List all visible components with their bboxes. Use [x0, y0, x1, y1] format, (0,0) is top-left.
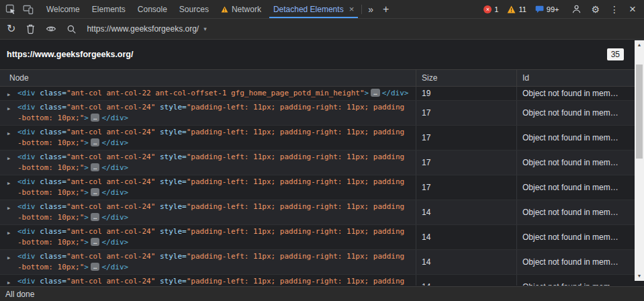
- id-cell: Object not found in mem…: [517, 275, 635, 286]
- feedback-counter[interactable]: 99+: [535, 5, 559, 13]
- table-body[interactable]: ▶<div class="ant-col ant-col-22 ant-col-…: [0, 87, 635, 286]
- vertical-scrollbar[interactable]: ▲ ▼: [635, 40, 644, 281]
- node-cell: ▶<div class="ant-col ant-col-24" style="…: [0, 200, 416, 224]
- tab-detached-elements[interactable]: Detached Elements×: [267, 0, 360, 18]
- code-segment: </div>: [101, 263, 128, 271]
- size-cell: 19: [416, 87, 517, 100]
- error-counter[interactable]: × 1: [484, 5, 498, 13]
- scroll-down-icon[interactable]: ▼: [635, 271, 644, 281]
- expand-inline-button[interactable]: …: [91, 263, 99, 271]
- table-row[interactable]: ▶<div class="ant-col ant-col-24" style="…: [0, 275, 635, 286]
- code-segment: "padding-left: 11px; padding-right: 11px…: [187, 252, 405, 261]
- code-segment: class=: [40, 227, 66, 236]
- expand-inline-button[interactable]: …: [91, 163, 99, 171]
- expand-arrow-icon[interactable]: ▶: [7, 228, 10, 239]
- code-segment: "padding-left: 11px; padding-right: 11px…: [187, 128, 405, 136]
- chevron-down-icon: ▾: [203, 26, 207, 32]
- code-segment: >: [84, 238, 89, 247]
- inspect-tool-button[interactable]: [5, 4, 16, 15]
- tabbar-left-icons: [3, 0, 40, 18]
- size-cell: 14: [416, 200, 517, 224]
- code-segment: -bottom: 10px;": [17, 163, 84, 172]
- detached-elements-panel: https://www.geeksforgeeks.org/ 35 NodeSi…: [0, 40, 644, 286]
- expand-arrow-icon[interactable]: ▶: [7, 89, 10, 100]
- table-row[interactable]: ▶<div class="ant-col ant-col-24" style="…: [0, 150, 635, 175]
- code-segment: >: [365, 89, 369, 97]
- expand-arrow-icon[interactable]: ▶: [7, 128, 10, 139]
- kebab-menu-icon[interactable]: ⋮: [610, 5, 619, 14]
- code-segment: "padding-left: 11px; padding-right: 11px…: [187, 277, 405, 286]
- code-segment: class=: [40, 177, 66, 186]
- code-segment: style=: [160, 227, 187, 236]
- id-cell: Object not found in mem…: [517, 126, 635, 150]
- refresh-icon[interactable]: ↻: [7, 24, 15, 34]
- table-row[interactable]: ▶<div class="ant-col ant-col-24" style="…: [0, 101, 635, 126]
- scrollbar-thumb[interactable]: [636, 64, 643, 159]
- feedback-bubble-icon: [535, 5, 544, 13]
- warning-count-label: 11: [518, 5, 526, 13]
- table-row[interactable]: ▶<div class="ant-col ant-col-24" style="…: [0, 250, 635, 275]
- table-row[interactable]: ▶<div class="ant-col ant-col-24" style="…: [0, 126, 635, 150]
- code-segment: class=: [40, 89, 66, 97]
- code-segment: [155, 202, 160, 211]
- expand-inline-button[interactable]: …: [91, 114, 99, 122]
- expand-inline-button[interactable]: …: [91, 188, 99, 196]
- more-tabs-button[interactable]: »: [363, 0, 378, 18]
- tab-network[interactable]: Network: [215, 0, 267, 18]
- close-devtools-icon[interactable]: ×: [629, 3, 636, 15]
- code-segment: >: [84, 114, 89, 122]
- expand-arrow-icon[interactable]: ▶: [7, 253, 10, 263]
- close-tab-icon[interactable]: ×: [349, 5, 355, 13]
- code-segment: "ant-col ant-col-24": [66, 277, 155, 286]
- node-cell: ▶<div class="ant-col ant-col-24" style="…: [0, 175, 416, 200]
- table-row[interactable]: ▶<div class="ant-col ant-col-22 ant-col-…: [0, 87, 635, 101]
- expand-inline-button[interactable]: …: [91, 213, 99, 221]
- scroll-up-icon[interactable]: ▲: [635, 40, 644, 50]
- code-segment: </div>: [101, 238, 128, 247]
- code-segment: [155, 177, 160, 186]
- add-tool-button[interactable]: +: [378, 0, 394, 18]
- warning-counter[interactable]: 11: [507, 5, 526, 13]
- target-url-label: https://www.geeksforgeeks.org/: [87, 24, 199, 34]
- status-bar: All done: [0, 286, 644, 301]
- table-row[interactable]: ▶<div class="ant-col ant-col-24" style="…: [0, 200, 635, 225]
- code-segment: </div>: [101, 213, 128, 222]
- tab-sources[interactable]: Sources: [173, 0, 215, 18]
- trash-icon[interactable]: [26, 24, 36, 34]
- settings-gear-icon[interactable]: ⚙: [592, 5, 600, 14]
- expand-inline-button[interactable]: …: [91, 238, 99, 246]
- code-segment: -bottom: 10px;": [17, 213, 84, 222]
- node-cell: ▶<div class="ant-col ant-col-24" style="…: [0, 275, 416, 286]
- tab-elements[interactable]: Elements: [86, 0, 132, 18]
- code-segment: "padding-left: 11px; padding-right: 11px…: [187, 227, 405, 236]
- table-row[interactable]: ▶<div class="ant-col ant-col-24" style="…: [0, 175, 635, 200]
- expand-arrow-icon[interactable]: ▶: [7, 203, 10, 214]
- tab-console[interactable]: Console: [132, 0, 173, 18]
- device-toolbar-button[interactable]: [23, 4, 34, 15]
- target-url-dropdown[interactable]: https://www.geeksforgeeks.org/ ▾: [87, 24, 206, 34]
- code-segment: >: [84, 188, 89, 197]
- code-segment: -bottom: 10px;": [17, 188, 84, 197]
- expand-arrow-icon[interactable]: ▶: [7, 277, 10, 286]
- feedback-count-label: 99+: [547, 5, 559, 13]
- eye-icon[interactable]: [46, 24, 56, 34]
- tab-label: Console: [138, 5, 167, 14]
- expand-inline-button[interactable]: …: [371, 89, 379, 97]
- expand-arrow-icon[interactable]: ▶: [7, 178, 10, 189]
- size-cell: 17: [416, 175, 517, 200]
- expand-arrow-icon[interactable]: ▶: [7, 103, 10, 114]
- node-cell: ▶<div class="ant-col ant-col-24" style="…: [0, 150, 416, 175]
- tab-welcome[interactable]: Welcome: [40, 0, 86, 18]
- search-icon[interactable]: [66, 24, 77, 34]
- expand-inline-button[interactable]: …: [91, 138, 99, 146]
- code-segment: [155, 277, 160, 286]
- code-segment: >: [84, 138, 89, 147]
- code-segment: class=: [40, 153, 66, 161]
- size-cell: 14: [416, 250, 517, 274]
- node-cell: ▶<div class="ant-col ant-col-24" style="…: [0, 126, 416, 150]
- table-row[interactable]: ▶<div class="ant-col ant-col-24" style="…: [0, 225, 635, 250]
- expand-arrow-icon[interactable]: ▶: [7, 153, 10, 164]
- node-cell: ▶<div class="ant-col ant-col-24" style="…: [0, 101, 416, 125]
- detached-elements-table: NodeSizeId ▶<div class="ant-col ant-col-…: [0, 69, 635, 286]
- profile-icon[interactable]: [571, 4, 582, 14]
